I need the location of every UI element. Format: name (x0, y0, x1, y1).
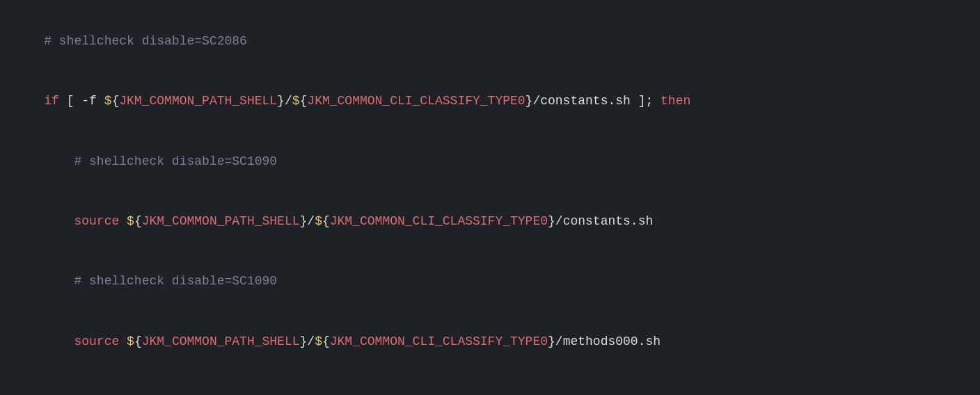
brace-8: }/constants.sh (548, 214, 653, 228)
brace-7: { (322, 214, 330, 228)
space-6 (119, 334, 127, 348)
brace-12: }/methods000.sh (548, 334, 661, 348)
comment-3: # shellcheck disable=SC1090 (44, 154, 277, 168)
comment-1: # shellcheck disable=SC2086 (44, 34, 247, 48)
brace-2: }/ (277, 94, 292, 108)
brace-9: { (134, 334, 142, 348)
dollar-6: $ (315, 334, 322, 348)
var-6: JKM_COMMON_CLI_CLASSIFY_TYPE0 (330, 334, 548, 348)
dollar-1: $ (104, 94, 112, 108)
keyword-source-1: source (74, 214, 119, 228)
brace-6: }/ (300, 214, 315, 228)
brace-4: }/constants.sh ]; (525, 94, 661, 108)
var-5: JKM_COMMON_PATH_SHELL (142, 334, 300, 348)
indent-6 (44, 334, 74, 348)
keyword-source-2: source (74, 334, 119, 348)
brace-5: { (134, 214, 142, 228)
code-line-3: # shellcheck disable=SC1090 (14, 131, 966, 191)
var-1: JKM_COMMON_PATH_SHELL (119, 94, 277, 108)
dollar-2: $ (292, 94, 300, 108)
code-line-6: source ${JKM_COMMON_PATH_SHELL}/${JKM_CO… (14, 312, 966, 371)
code-line-4: source ${JKM_COMMON_PATH_SHELL}/${JKM_CO… (14, 191, 966, 251)
var-2: JKM_COMMON_CLI_CLASSIFY_TYPE0 (307, 94, 525, 108)
dollar-5: $ (127, 334, 134, 348)
space-4 (119, 214, 127, 228)
code-line-5: # shellcheck disable=SC1090 (14, 252, 966, 312)
comment-5: # shellcheck disable=SC1090 (44, 274, 277, 288)
var-4: JKM_COMMON_CLI_CLASSIFY_TYPE0 (330, 214, 548, 228)
brace-3: { (300, 94, 308, 108)
code-line-2: if [ -f ${JKM_COMMON_PATH_SHELL}/${JKM_C… (14, 71, 966, 131)
var-3: JKM_COMMON_PATH_SHELL (142, 214, 300, 228)
code-editor: # shellcheck disable=SC2086 if [ -f ${JK… (0, 0, 980, 395)
brace-1: { (111, 94, 119, 108)
brace-11: { (322, 334, 330, 348)
keyword-then: then (661, 94, 690, 108)
indent-4 (44, 214, 74, 228)
code-line-7: # shellcheck disable=SC1090 (14, 371, 966, 395)
dollar-3: $ (127, 214, 134, 228)
keyword-if: if (44, 94, 59, 108)
code-line-1: # shellcheck disable=SC2086 (14, 11, 966, 71)
brace-10: }/ (300, 334, 315, 348)
space: [ -f (59, 94, 104, 108)
dollar-4: $ (315, 214, 322, 228)
